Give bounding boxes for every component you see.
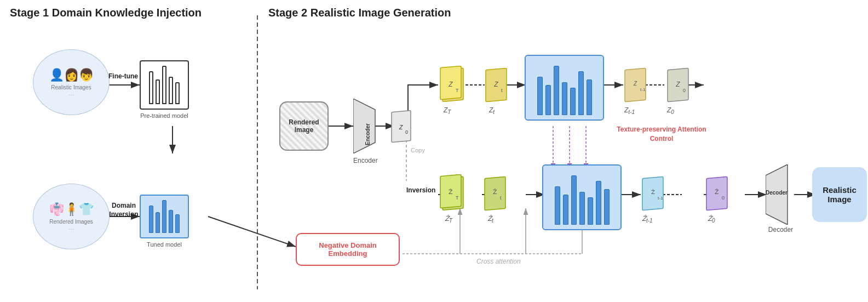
arrows-svg: [0, 0, 868, 302]
tuned-model-block: [140, 195, 189, 238]
decoder-label: Decoder: [766, 226, 796, 233]
inversion-label: Inversion: [406, 186, 435, 194]
zht-label: ẐT: [445, 215, 452, 224]
persons-icon1: 👤👩👦: [49, 68, 94, 82]
persons-icon2: 👘🧍👕: [49, 202, 94, 216]
zt1-label-upper: Zt-1: [624, 106, 635, 115]
encoder-wedge: Encoder: [353, 99, 376, 153]
svg-text:T: T: [456, 88, 459, 93]
zh0-card: Ẑ 0: [704, 174, 731, 214]
zht-label2: Ẑt: [487, 215, 493, 224]
svg-text:0: 0: [683, 88, 686, 93]
copy-label: Copy: [411, 147, 425, 153]
decoder-wedge: Decoder: [766, 164, 796, 225]
cross-attention-label: Cross attention: [476, 258, 521, 265]
stage2-label: Stage 2 Realistic Image Generation: [268, 7, 451, 19]
svg-text:Z: Z: [675, 81, 680, 88]
unet-upper-block: [525, 55, 604, 121]
svg-text:Decoder: Decoder: [766, 190, 787, 196]
rendered-images-label: Rendered Images: [49, 219, 93, 225]
pretrained-model-block: [140, 60, 189, 110]
finetune-label: Fine-tune: [108, 72, 138, 80]
zt1-upper-card: Z t-1: [622, 66, 649, 105]
stage1-label: Stage 1 Domain Knowledge Injection: [10, 7, 202, 19]
zh0-label: Ẑ0: [708, 215, 715, 224]
domain-inversion-label: Domain Inversion: [107, 202, 140, 219]
svg-text:t-1: t-1: [658, 196, 663, 201]
diagram: Stage 1 Domain Knowledge Injection Stage…: [0, 0, 868, 302]
svg-text:Ẑ: Ẑ: [715, 189, 719, 195]
svg-text:T: T: [456, 195, 459, 201]
zt-label-upper: ZT: [444, 106, 451, 115]
svg-text:0: 0: [722, 195, 725, 201]
encoder-label: Encoder: [353, 157, 376, 164]
svg-text:Ẑ: Ẑ: [493, 189, 497, 195]
zht1-label: Ẑt-1: [642, 215, 653, 224]
unet-lower-block: [542, 164, 622, 230]
tuned-label: Tuned model: [140, 241, 189, 248]
zt2-upper-card: Z t: [483, 66, 510, 105]
svg-line-4: [208, 216, 296, 247]
svg-text:Encoder: Encoder: [365, 123, 371, 145]
zht2-card: Ẑ t: [482, 174, 509, 214]
zht1-card: Ẑ t-1: [640, 174, 667, 214]
svg-text:t-1: t-1: [640, 87, 646, 92]
z0-upper-card: Z 0: [665, 66, 692, 105]
attention-label: Texture-preserving Attention Control: [607, 125, 716, 144]
zt-upper-card: Z T: [438, 66, 468, 105]
svg-text:Z: Z: [493, 81, 498, 88]
svg-text:Ẑ: Ẑ: [651, 189, 655, 195]
rendered-image-label: Rendered Image: [289, 118, 319, 134]
rendered-image-box: Rendered Image: [279, 101, 329, 151]
svg-text:Ẑ: Ẑ: [449, 189, 453, 195]
pretrained-label: Pre-trained model: [140, 112, 189, 119]
svg-text:0: 0: [405, 129, 408, 135]
zht-card: Ẑ T: [438, 174, 468, 214]
realistic-images-label: Realistic Images: [51, 84, 91, 90]
z0-card: Z 0: [389, 110, 413, 145]
svg-text:Z: Z: [448, 81, 453, 88]
svg-text:Z: Z: [399, 124, 404, 130]
nde-box: Negative Domain Embedding: [296, 233, 400, 266]
realistic-images-oval: 👤👩👦 Realistic Images …: [33, 49, 110, 115]
z0-label-upper: Z0: [667, 106, 674, 115]
rendered-images-oval: 👘🧍👕 Rendered Images …: [33, 184, 110, 249]
realistic-image-box: Realistic Image: [812, 167, 867, 222]
zt-label2-upper: Zt: [489, 106, 495, 115]
svg-text:Z: Z: [633, 81, 637, 87]
